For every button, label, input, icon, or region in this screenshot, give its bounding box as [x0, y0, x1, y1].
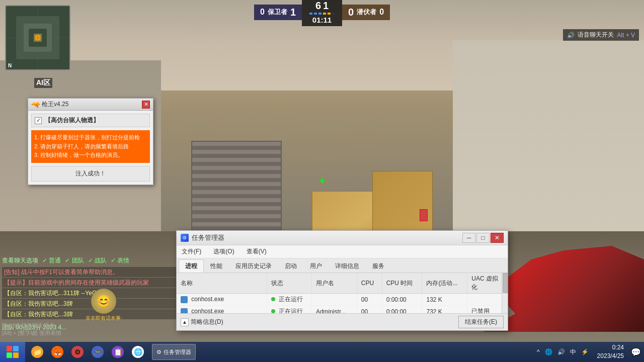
tab-details[interactable]: 详细信息	[329, 259, 366, 273]
taskman-menu-view[interactable]: 查看(V)	[245, 246, 269, 257]
taskman-minimize-button[interactable]: ─	[462, 233, 475, 243]
taskbar-active-app[interactable]: ⚙ 任务管理器	[152, 344, 196, 360]
tray-arrow[interactable]: ^	[535, 347, 541, 356]
col-cpu-time[interactable]: CPU 时间	[382, 273, 422, 294]
avatar-text: 非丰即有话本事·	[86, 315, 122, 322]
scrollbar-thumb[interactable]	[503, 273, 508, 293]
win-pane-red	[7, 346, 12, 351]
notification-button[interactable]: 💬	[628, 342, 644, 362]
hud-top: 0 保卫者 1 6 1 01:11 0 潜伏者 0	[0, 0, 644, 24]
proc-name-0: conhost.exe	[177, 294, 267, 306]
proc-user-0	[311, 294, 357, 306]
ct-health-pip	[309, 13, 312, 15]
proc-icon-1	[181, 308, 188, 313]
tab-process[interactable]: 进程	[179, 259, 204, 273]
cheat-instr-line-1: 1. 打爆破尽量别过于器张，别打过分提前枪	[34, 133, 147, 142]
win-pane-green	[7, 352, 12, 358]
chat-option-clan[interactable]: ✓ 战队	[88, 256, 107, 265]
cheat-instructions: 1. 打爆破尽量别过于器张，别打过分提前枪 2. 请勿穿箱子打人，请勿频繁看墙后…	[31, 130, 150, 163]
taskbar-app-chrome[interactable]: 🌐	[129, 343, 147, 361]
col-name[interactable]: 名称	[177, 273, 267, 294]
chat-line-1: 【提示】目前游戏中的房间存在使用英雄级武器的玩家	[2, 278, 179, 288]
process-table-body: conhost.exe 正在运行 00 0:00:00 132 K co	[177, 294, 508, 314]
taskbar-app-firefox[interactable]: 🦊	[48, 343, 66, 361]
table-row[interactable]: conhost.exe 正在运行 Administr... 00 0:00:00…	[177, 306, 508, 314]
t-health-pip	[323, 13, 326, 15]
chat-options: 查看聊天选项 ✓ 普通 ✓ 团队 ✓ 战队 ✓ 表情	[2, 256, 179, 265]
clock-date: 2023/4/25	[597, 352, 624, 360]
col-memory[interactable]: 内存(活动...	[422, 273, 467, 294]
tab-performance[interactable]: 性能	[204, 259, 229, 273]
proc-cpu-1: 00	[357, 306, 382, 314]
tray-network[interactable]: 🌐	[543, 347, 554, 356]
taskman-menu-file[interactable]: 文件(F)	[180, 246, 203, 257]
proc-cputime-1: 0:00:00	[382, 306, 422, 314]
chat-options-label[interactable]: 查看聊天选项	[2, 256, 38, 265]
process-table-wrapper: 名称 状态 用户名 CPU CPU 时间 内存(活动... UAC 虚拟化 co…	[177, 273, 508, 313]
proc-name-1: conhost.exe	[177, 306, 267, 314]
chat-option-emote[interactable]: ✓ 表情	[111, 256, 129, 265]
taskman-maximize-button[interactable]: □	[476, 233, 490, 243]
ct-score: 0	[260, 8, 265, 17]
tab-app-history[interactable]: 应用历史记录	[229, 259, 278, 273]
active-app-label: 任务管理器	[164, 348, 191, 356]
cheat-checkbox-row[interactable]: ✓ 【高仿台驱人物透】	[31, 114, 150, 127]
proc-mem-1: 732 K	[422, 306, 467, 314]
chat-tab-hint: [Tab]键 切换聊天频道	[2, 322, 61, 329]
taskman-menu-options[interactable]: 选项(O)	[211, 246, 236, 257]
cheat-close-button[interactable]: ✕	[142, 101, 150, 109]
process-table-scrollbar[interactable]	[502, 273, 508, 313]
tab-services[interactable]: 服务	[366, 259, 391, 273]
chat-option-normal[interactable]: ✓ 普通	[42, 256, 61, 265]
player-avatar: 😊 非丰即有话本事·	[86, 289, 122, 322]
taskman-tabs: 进程 性能 应用历史记录 启动 用户 详细信息 服务	[177, 258, 508, 273]
taskman-close-button[interactable]: ✕	[491, 233, 504, 243]
footer-label[interactable]: 简略信息(D)	[191, 318, 223, 326]
end-task-button[interactable]: 结束任务(E)	[458, 316, 504, 328]
proc-status-1: 正在运行	[267, 306, 311, 314]
t-team-display: 0 潜伏者 0	[342, 5, 390, 20]
win-pane-yellow	[13, 352, 19, 358]
tray-volume[interactable]: 🔊	[556, 347, 567, 356]
tray-ime[interactable]: 中	[569, 347, 578, 357]
status-dot-0	[271, 297, 275, 301]
expand-button[interactable]: ▲	[181, 318, 189, 326]
taskbar-app-explorer[interactable]: 📁	[28, 343, 46, 361]
taskman-titlebar: ⚙ 任务管理器 ─ □ ✕	[177, 231, 508, 245]
compass: N	[8, 63, 12, 68]
t-team-label: 潜伏者	[357, 8, 376, 17]
taskbar: 📁 🦊 ⚙ 🎮 📋 🌐 ⚙ 任务管理器 ^ 🌐 🔊 中 ⚡ 0:24 2023/	[0, 342, 644, 362]
proc-cputime-0: 0:00:00	[382, 294, 422, 306]
start-button[interactable]	[0, 342, 25, 362]
cheat-title-text: 枪王v4.25	[42, 100, 68, 109]
table-row[interactable]: conhost.exe 正在运行 00 0:00:00 132 K	[177, 294, 508, 306]
taskbar-app-5[interactable]: 📋	[109, 343, 127, 361]
windows-logo	[7, 346, 19, 358]
ai-zone-label: AI区	[34, 78, 52, 88]
cheat-checkbox[interactable]: ✓	[35, 117, 42, 124]
col-user[interactable]: 用户名	[311, 273, 357, 294]
enemy-marker	[420, 209, 428, 221]
chat-option-team[interactable]: ✓ 团队	[65, 256, 84, 265]
ct-health-pip	[314, 13, 317, 15]
taskman-app-icon: ⚙	[181, 234, 189, 242]
col-status[interactable]: 状态	[267, 273, 311, 294]
tab-startup[interactable]: 启动	[278, 259, 303, 273]
taskbar-app-3[interactable]: ⚙	[68, 343, 87, 361]
tray-battery[interactable]: ⚡	[580, 347, 590, 356]
tab-users[interactable]: 用户	[303, 259, 329, 273]
minimap-svg	[6, 6, 69, 69]
proc-cpu-0: 00	[357, 294, 382, 306]
t-health-pip-empty	[332, 13, 335, 15]
active-app-icon: ⚙	[156, 349, 162, 355]
cheat-instr-line-3: 3. 控制好情绪，做一个合格的演员。	[34, 151, 147, 160]
taskbar-app-4[interactable]: 🎮	[89, 343, 107, 361]
chrome-icon: 🌐	[132, 346, 144, 358]
chat-hints: [Tab]键 切换聊天频道 [Alt] + [数字键] 使用表情	[2, 320, 61, 337]
cheat-titlebar: 🔫 枪王v4.25 ✕	[28, 99, 153, 111]
taskbar-clock[interactable]: 0:24 2023/4/25	[593, 343, 628, 360]
cheat-success-msg: 注入成功！	[31, 166, 150, 182]
voice-chat-label: 语音聊天开关	[578, 31, 614, 39]
task-manager-window[interactable]: ⚙ 任务管理器 ─ □ ✕ 文件(F) 选项(O) 查看(V) 进程 性能 应用…	[176, 230, 508, 331]
col-cpu[interactable]: CPU	[357, 273, 382, 294]
